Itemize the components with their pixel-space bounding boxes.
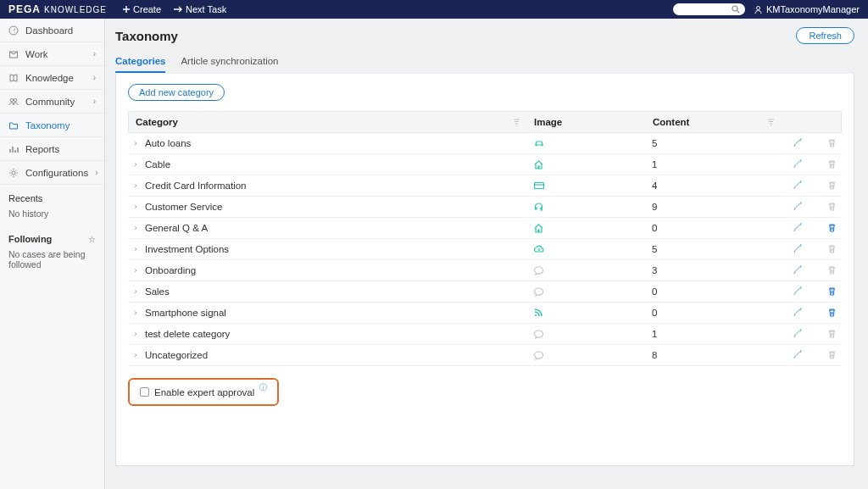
page-title: Taxonomy <box>115 29 178 43</box>
chevron-right-icon[interactable]: › <box>131 308 140 317</box>
table-header: Category Image Content <box>128 111 842 133</box>
col-category: Category <box>136 117 178 127</box>
users-icon <box>8 97 19 107</box>
table-row: ›Credit Card Information4 <box>128 175 842 197</box>
star-icon: ☆ <box>88 235 96 244</box>
edit-icon[interactable] <box>793 138 803 148</box>
chevron-right-icon[interactable]: › <box>131 330 140 338</box>
svg-point-4 <box>10 98 14 102</box>
sidebar-item-community[interactable]: Community› <box>0 90 104 114</box>
chevron-right-icon: › <box>95 168 97 177</box>
recents-header: Recents <box>0 185 104 207</box>
edit-icon[interactable] <box>793 308 803 318</box>
category-name[interactable]: Customer Service <box>145 202 222 212</box>
category-name[interactable]: Cable <box>145 159 170 169</box>
content-count: 0 <box>645 303 781 323</box>
user-name: KMTaxonomyManager <box>766 4 860 14</box>
help-icon[interactable]: ⓘ <box>259 382 267 393</box>
category-name[interactable]: Onboarding <box>145 265 196 275</box>
chevron-right-icon: › <box>93 49 96 58</box>
bubble-icon <box>533 286 544 297</box>
delete-icon[interactable] <box>827 159 837 169</box>
chevron-right-icon[interactable]: › <box>131 287 140 296</box>
chevron-right-icon[interactable]: › <box>131 266 140 275</box>
sidebar-item-work[interactable]: Work› <box>0 42 104 66</box>
bubble-icon <box>533 265 544 275</box>
sidebar-item-dashboard[interactable]: Dashboard <box>0 19 104 42</box>
category-name[interactable]: Investment Options <box>145 244 229 254</box>
delete-icon[interactable] <box>827 308 837 318</box>
sidebar-item-label: Reports <box>25 144 96 154</box>
delete-icon[interactable] <box>827 223 837 233</box>
sidebar-item-configurations[interactable]: Configurations› <box>0 161 104 185</box>
category-name[interactable]: Credit Card Information <box>145 181 247 191</box>
user-menu[interactable]: KMTaxonomyManager <box>754 4 860 14</box>
delete-icon[interactable] <box>827 265 837 275</box>
edit-icon[interactable] <box>793 329 803 339</box>
chevron-right-icon[interactable]: › <box>131 160 140 169</box>
sidebar-item-label: Taxonomy <box>25 120 96 131</box>
sidebar-item-reports[interactable]: Reports <box>0 137 104 161</box>
chevron-right-icon[interactable]: › <box>131 351 140 359</box>
create-button[interactable]: Create <box>122 4 161 14</box>
edit-icon[interactable] <box>793 181 803 191</box>
car-icon <box>533 138 545 148</box>
table-row: ›Uncategorized8 <box>128 345 842 366</box>
category-name[interactable]: Sales <box>145 286 170 297</box>
chevron-right-icon[interactable]: › <box>131 224 140 232</box>
sidebar-item-label: Knowledge <box>25 73 86 83</box>
folder-icon <box>8 120 19 131</box>
edit-icon[interactable] <box>793 265 803 275</box>
content-count: 1 <box>645 154 781 175</box>
gauge-icon <box>8 25 19 36</box>
tab-article-sync[interactable]: Article synchronization <box>181 53 278 73</box>
chevron-right-icon[interactable]: › <box>131 139 140 147</box>
chevron-right-icon: › <box>93 73 96 82</box>
expert-approval-checkbox[interactable] <box>140 387 149 397</box>
table-row: ›test delete category1 <box>128 324 842 345</box>
next-task-button[interactable]: Next Task <box>173 4 226 14</box>
delete-icon[interactable] <box>827 286 837 297</box>
chevron-right-icon[interactable]: › <box>131 203 140 211</box>
delete-icon[interactable] <box>827 329 837 339</box>
edit-icon[interactable] <box>793 350 803 360</box>
chevron-right-icon[interactable]: › <box>131 181 140 190</box>
following-header: Following ☆ <box>0 225 104 247</box>
sidebar-item-knowledge[interactable]: Knowledge› <box>0 66 104 90</box>
tab-categories[interactable]: Categories <box>115 53 165 73</box>
user-icon <box>754 5 763 14</box>
table-row: ›Investment Options5 <box>128 239 842 260</box>
delete-icon[interactable] <box>827 202 837 212</box>
delete-icon[interactable] <box>827 181 837 191</box>
category-name[interactable]: Uncategorized <box>145 350 208 360</box>
delete-icon[interactable] <box>827 138 837 148</box>
filter-icon[interactable] <box>513 119 520 126</box>
inbox-icon <box>8 49 19 59</box>
content-count: 3 <box>645 260 781 281</box>
content-count: 5 <box>645 133 781 153</box>
table-row: ›Smartphone signal0 <box>128 303 842 324</box>
chevron-right-icon[interactable]: › <box>131 245 140 253</box>
card-icon <box>533 181 545 191</box>
category-name[interactable]: test delete category <box>145 329 230 339</box>
rss-icon <box>533 308 543 318</box>
filter-icon[interactable] <box>767 119 775 126</box>
edit-icon[interactable] <box>793 286 803 297</box>
bubble-icon <box>533 350 544 360</box>
edit-icon[interactable] <box>793 223 803 233</box>
search-input[interactable] <box>673 3 745 15</box>
refresh-button[interactable]: Refresh <box>796 27 854 44</box>
edit-icon[interactable] <box>793 244 803 254</box>
delete-icon[interactable] <box>827 350 837 360</box>
delete-icon[interactable] <box>827 244 837 254</box>
sidebar-item-taxonomy[interactable]: Taxonomy <box>0 114 104 137</box>
category-name[interactable]: General Q & A <box>145 223 208 233</box>
category-name[interactable]: Auto loans <box>145 138 191 148</box>
arrow-right-icon <box>173 5 183 14</box>
add-category-button[interactable]: Add new category <box>128 84 225 101</box>
category-name[interactable]: Smartphone signal <box>145 308 226 318</box>
edit-icon[interactable] <box>793 159 803 169</box>
edit-icon[interactable] <box>793 202 803 212</box>
headset-icon <box>533 202 544 212</box>
brand-product: KNOWLEDGE <box>44 5 107 14</box>
